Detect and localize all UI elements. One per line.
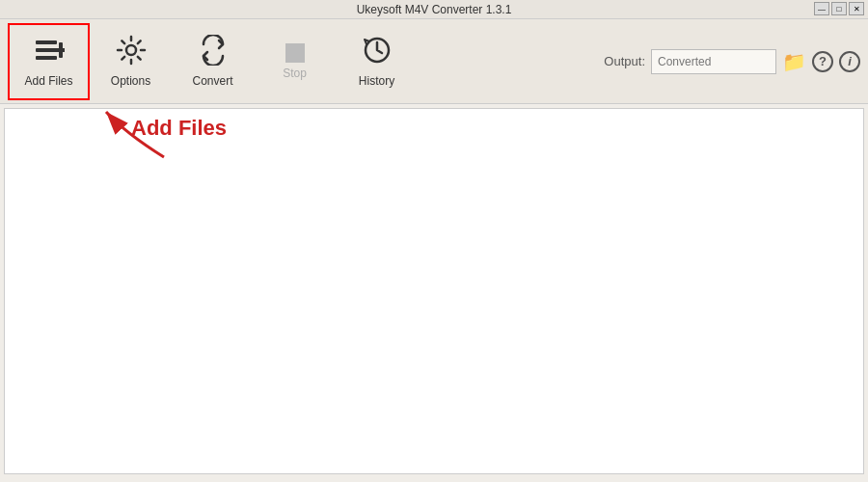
svg-rect-4 bbox=[53, 48, 65, 52]
convert-icon bbox=[198, 35, 229, 70]
options-icon bbox=[116, 35, 147, 70]
stop-icon bbox=[285, 43, 305, 63]
output-area: Output: 📁 ? i bbox=[604, 49, 860, 74]
toolbar: Add Files Options Convert Stop bbox=[0, 19, 868, 104]
folder-icon[interactable]: 📁 bbox=[782, 50, 806, 73]
svg-point-5 bbox=[126, 45, 136, 55]
history-button[interactable]: History bbox=[336, 23, 418, 100]
add-files-icon bbox=[34, 35, 65, 70]
svg-rect-0 bbox=[36, 40, 57, 44]
maximize-button[interactable]: □ bbox=[831, 2, 847, 15]
stop-label: Stop bbox=[283, 67, 307, 80]
add-files-button[interactable]: Add Files bbox=[8, 23, 90, 100]
window-title: Ukeysoft M4V Converter 1.3.1 bbox=[357, 3, 512, 16]
close-button[interactable]: ✕ bbox=[849, 2, 864, 15]
output-label: Output: bbox=[604, 54, 645, 68]
minimize-button[interactable]: — bbox=[814, 2, 829, 15]
stop-button[interactable]: Stop bbox=[254, 23, 336, 100]
output-input[interactable] bbox=[651, 49, 776, 74]
svg-rect-2 bbox=[36, 56, 57, 60]
title-bar: Ukeysoft M4V Converter 1.3.1 — □ ✕ bbox=[0, 0, 868, 19]
help-icon[interactable]: ? bbox=[812, 51, 833, 72]
window-controls[interactable]: — □ ✕ bbox=[814, 2, 864, 15]
options-button[interactable]: Options bbox=[90, 23, 172, 100]
history-label: History bbox=[359, 74, 394, 88]
info-icon[interactable]: i bbox=[839, 51, 860, 72]
convert-label: Convert bbox=[192, 74, 232, 88]
convert-button[interactable]: Convert bbox=[172, 23, 254, 100]
options-label: Options bbox=[111, 74, 150, 88]
add-files-label: Add Files bbox=[24, 74, 72, 88]
history-icon bbox=[362, 35, 393, 70]
main-content bbox=[4, 108, 864, 474]
